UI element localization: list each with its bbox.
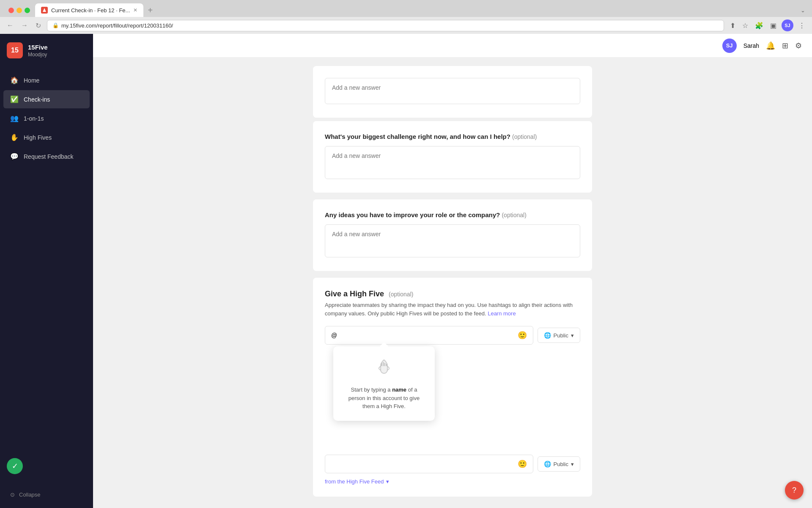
tooltip-text: Start by typing a name of a person in th…	[342, 386, 426, 411]
sidebar-item-1on1s[interactable]: 👥 1-on-1s	[3, 109, 90, 127]
sidebar-item-request-feedback[interactable]: 💬 Request Feedback	[3, 147, 90, 166]
refresh-button[interactable]: ↻	[34, 20, 43, 31]
sidebar-label-request-feedback: Request Feedback	[24, 153, 74, 160]
home-icon: 🏠	[10, 76, 19, 84]
tab-favicon	[41, 7, 48, 14]
minimize-window-button[interactable]	[16, 8, 22, 13]
high-five-tooltip: Start by typing a name of a person in th…	[333, 346, 435, 421]
brand-sub: Moodjoy	[28, 52, 48, 58]
browser-chrome: Current Check-in · Feb 12 · Fe... ✕ + ⌄ …	[0, 0, 812, 34]
visibility-label-1: Public	[554, 332, 568, 339]
new-tab-button[interactable]: +	[146, 4, 154, 17]
forward-button[interactable]: →	[19, 20, 30, 31]
1on1s-icon: 👥	[10, 114, 19, 122]
high-five-input-1[interactable]	[331, 332, 518, 339]
highfives-icon: ✋	[10, 133, 19, 141]
sidebar-item-checkins[interactable]: ✅ Check-ins	[3, 90, 90, 108]
lock-icon: 🔒	[52, 22, 59, 28]
browser-tab[interactable]: Current Check-in · Feb 12 · Fe... ✕	[35, 3, 143, 17]
address-bar-row: ← → ↻ 🔒 my.15five.com/report/fillout/rep…	[0, 17, 812, 34]
globe-icon-2: 🌐	[544, 461, 551, 467]
optional-tag-2: (optional)	[502, 212, 526, 218]
feed-toggle-button[interactable]: from the High Five Feed ▾	[325, 478, 389, 485]
chevron-down-icon-2: ▾	[571, 461, 574, 467]
high-five-section: Give a High Five (optional) Appreciate t…	[313, 278, 592, 497]
high-five-description: Appreciate teammates by sharing the impa…	[325, 301, 580, 318]
visibility-dropdown-1[interactable]: 🌐 Public ▾	[538, 328, 580, 343]
sidebar: 15 15Five Moodjoy 🏠 Home ✅ Check-ins 👥 1…	[0, 34, 93, 508]
profile-avatar-chrome[interactable]: SJ	[782, 19, 793, 31]
url-text: my.15five.com/report/fillout/report/1200…	[61, 22, 719, 29]
toolbar-icons: ⬆ ☆ 🧩 ▣ SJ ⋮	[728, 19, 807, 31]
share-icon[interactable]: ⬆	[728, 20, 737, 31]
window-controls	[3, 4, 35, 17]
chevron-down-icon-1: ▾	[571, 332, 574, 339]
extensions-icon[interactable]: 🧩	[753, 20, 765, 31]
tooltip-arrow	[380, 342, 388, 346]
sidebar-label-checkins: Check-ins	[24, 96, 50, 103]
user-name: Sarah	[743, 42, 759, 49]
feed-toggle-label: from the High Five Feed	[325, 478, 384, 485]
high-five-feed: from the High Five Feed ▾	[325, 478, 580, 485]
request-feedback-icon: 💬	[10, 152, 19, 160]
sidebar-toggle-icon[interactable]: ▣	[768, 20, 778, 31]
hf-input-wrap-2: 🙂	[325, 455, 533, 473]
fullscreen-window-button[interactable]	[25, 8, 30, 13]
top-answer-section	[313, 66, 592, 118]
feed-chevron-icon: ▾	[386, 478, 389, 485]
brand-text: 15Five Moodjoy	[28, 43, 48, 58]
brand-area: 15 15Five Moodjoy	[0, 34, 93, 67]
address-bar[interactable]: 🔒 my.15five.com/report/fillout/report/12…	[47, 20, 724, 31]
sidebar-item-highfives[interactable]: ✋ High Fives	[3, 128, 90, 146]
checkins-icon: ✅	[10, 95, 19, 103]
close-tab-button[interactable]: ✕	[133, 7, 137, 13]
high-five-input-2[interactable]	[331, 461, 518, 467]
sidebar-label-home: Home	[24, 77, 39, 84]
menu-icon[interactable]: ⋮	[797, 20, 807, 31]
app-container: 15 15Five Moodjoy 🏠 Home ✅ Check-ins 👥 1…	[0, 34, 812, 508]
collapse-button[interactable]: ⊙ Collapse	[7, 488, 86, 501]
brand-logo: 15	[7, 42, 23, 58]
high-five-input-row-1: 🙂 🌐 Public ▾	[325, 326, 580, 345]
notifications-icon[interactable]: 🔔	[766, 41, 775, 50]
hf-input-wrap-1: 🙂	[325, 326, 533, 345]
settings-icon[interactable]: ⚙	[795, 41, 802, 50]
brand-name: 15Five	[28, 43, 48, 52]
question-2-section: Any ideas you have to improve your role …	[313, 199, 592, 271]
back-button[interactable]: ←	[5, 20, 15, 31]
high-five-input-1-container: 🙂 🌐 Public ▾	[325, 326, 580, 345]
high-five-title: Give a High Five (optional)	[325, 290, 580, 298]
question-1-label: What's your biggest challenge right now,…	[325, 133, 580, 140]
nav-items: 🏠 Home ✅ Check-ins 👥 1-on-1s ✋ High Five…	[0, 67, 93, 481]
top-answer-input[interactable]	[325, 78, 580, 104]
app-header: SJ Sarah 🔔 ⊞ ⚙	[93, 34, 812, 58]
question-1-input[interactable]	[325, 146, 580, 179]
grid-icon[interactable]: ⊞	[782, 41, 788, 50]
question-2-input[interactable]	[325, 224, 580, 257]
high-five-input-row-2: 🙂 🌐 Public ▾	[325, 455, 580, 473]
visibility-dropdown-2[interactable]: 🌐 Public ▾	[538, 456, 580, 472]
learn-more-link[interactable]: Learn more	[488, 310, 516, 317]
optional-tag-1: (optional)	[512, 133, 537, 140]
form-content: What's your biggest challenge right now,…	[304, 58, 601, 508]
sidebar-bottom: ⊙ Collapse	[0, 481, 93, 508]
collapse-label: Collapse	[19, 491, 41, 498]
user-avatar[interactable]: SJ	[722, 39, 737, 53]
close-window-button[interactable]	[8, 8, 14, 13]
question-2-label: Any ideas you have to improve your role …	[325, 211, 580, 218]
emoji-button-2[interactable]: 🙂	[518, 459, 527, 469]
main-content: SJ Sarah 🔔 ⊞ ⚙ What's your biggest chall…	[93, 34, 812, 508]
bottom-bar: Submit Draft saved Mon, February 14 4:11…	[313, 503, 592, 508]
high-five-hand-icon	[342, 356, 426, 381]
globe-icon-1: 🌐	[544, 332, 551, 339]
support-button[interactable]: ?	[785, 481, 804, 500]
sidebar-item-home[interactable]: 🏠 Home	[3, 71, 90, 89]
emoji-button-1[interactable]: 🙂	[518, 331, 527, 340]
question-1-section: What's your biggest challenge right now,…	[313, 121, 592, 193]
check-badge: ✓	[7, 458, 23, 474]
collapse-icon: ⊙	[10, 491, 15, 498]
visibility-label-2: Public	[554, 461, 568, 467]
high-five-optional: (optional)	[389, 291, 413, 298]
sidebar-label-1on1s: 1-on-1s	[24, 115, 44, 122]
bookmark-icon[interactable]: ☆	[741, 20, 750, 31]
